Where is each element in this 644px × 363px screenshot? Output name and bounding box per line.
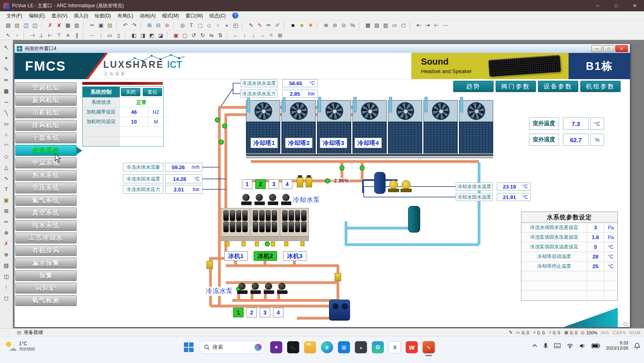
search-input[interactable]: 搜索 [199,341,265,354]
separator[interactable] [359,22,363,29]
space-v-icon[interactable]: ⋮ [97,31,105,39]
layout-icon[interactable]: ▤ [373,21,381,29]
save-icon[interactable]: ◫ [22,21,30,29]
microsoft-store-icon[interactable]: ▤ [338,341,350,353]
ellipse-icon[interactable]: ○ [214,21,222,29]
open-icon[interactable]: ▧ [13,21,21,29]
cut-icon[interactable]: ✂ [88,21,96,29]
pen-blue-icon[interactable]: ✎ [247,21,255,29]
circle-icon[interactable]: ● [223,21,231,29]
add-icon[interactable]: ⊕ [2,250,10,258]
crop-icon[interactable]: ◰ [231,21,240,29]
cooling-tower-4-label[interactable]: 冷却塔4 [354,138,382,148]
separator[interactable] [140,22,144,29]
system-close-button[interactable]: 关闭 [121,88,140,96]
sidebar-item-oxygen-detection[interactable]: 氧气检测 [15,295,77,306]
copy-icon[interactable]: ▣ [97,21,105,29]
snap-toggle-icon[interactable]: ⊞ [276,31,284,39]
sidebar-item-alarm[interactable]: 报警 [15,270,77,281]
sidebar-item-leak-alarm[interactable]: 漏水报警 [15,258,77,269]
chilled-pump-4[interactable]: 4 [273,308,283,317]
sidebar-item-ceiling-unit[interactable]: 吊柜机组 [15,107,77,118]
time-setpoint-value[interactable]: 10 [120,117,148,126]
scada-close-button[interactable]: ✕ [615,45,628,52]
cooling-pump-2[interactable]: 2 [255,179,266,189]
cooling-pump-4[interactable]: 4 [282,179,292,189]
sidebar-item-ac-unit[interactable]: 空调机组 [15,82,77,93]
callout-icon[interactable]: ▢ [196,21,204,29]
sidebar-item-vacuum-system[interactable]: 真空系统 [15,208,77,218]
lamp-off-icon[interactable]: ■ [289,21,297,29]
pen-red-icon[interactable]: ✎ [256,21,264,29]
diagonal-icon[interactable]: ╲ [2,109,10,117]
tab-right-icon[interactable]: ⇥ [423,21,432,29]
battery-icon[interactable] [592,344,600,348]
pencil-icon[interactable]: ✏ [2,76,10,84]
setting-value[interactable]: 28 [587,252,604,261]
link-icon[interactable]: ⊗ [2,229,10,237]
tray-expand-icon[interactable] [532,344,537,347]
save-all-icon[interactable]: ◫ [31,21,39,29]
setting-value[interactable]: 25 [587,262,604,271]
grid-toggle-icon[interactable]: ⌗ [267,31,275,39]
nav-unit-params-button[interactable]: 机组参数 [580,81,621,92]
tab-left-icon[interactable]: ⇤ [415,21,423,29]
delete-icon[interactable]: ✗ [46,21,54,29]
separator[interactable] [242,22,246,29]
scada-minimize-button[interactable]: ─ [591,45,602,52]
sidebar-item-process-cooling-water[interactable]: 工艺冷却水 [15,233,77,243]
align-left-icon[interactable]: ⊣ [28,31,37,39]
menu-file[interactable]: 文件(F) [3,11,25,20]
same-width-icon[interactable]: ▭ [106,31,114,39]
cooling-pump-1[interactable]: 1 [242,179,252,189]
delete-icon[interactable]: ✗ [2,239,10,248]
cooling-tower-1-label[interactable]: 冷却塔1 [250,138,278,148]
more-icon[interactable]: ⋮ [2,283,10,291]
wifi-icon[interactable] [567,343,573,348]
triangle-icon[interactable]: △ [2,163,10,171]
panel-icon[interactable]: ◫ [2,272,10,280]
setting-value[interactable] [587,271,604,281]
menu-config[interactable]: 组态(C) [206,11,229,20]
weather-widget[interactable]: ☁ 1°C 局部晴朗 [6,341,35,352]
nav-trend-button[interactable]: 趋势 [453,81,494,92]
sidebar-item-exhaust-unit[interactable]: 排风机组 [15,120,77,131]
chiller-1-label[interactable]: 冰机1 [224,251,248,261]
blank-icon[interactable]: ◻ [2,294,10,302]
pcvue-taskbar-icon[interactable]: ∿ [423,341,435,353]
separator[interactable] [23,31,27,39]
center-v-icon[interactable]: ∥ [73,31,81,39]
grid-icon[interactable]: ⊞ [145,21,154,29]
settings-icon[interactable]: ⚙ [372,341,384,353]
text-tool-icon[interactable]: T [187,21,196,29]
zoom-indicator[interactable]: ◎ 100% [581,330,598,335]
rotate-left-icon[interactable]: ↺ [190,31,198,39]
terminal-icon[interactable]: ›_ [287,341,299,353]
arc-icon[interactable]: ◠ [2,141,10,149]
nav-device-params-button[interactable]: 设备参数 [538,81,578,92]
chilled-pump-2[interactable]: 2 [246,308,257,317]
text-icon[interactable]: T [2,185,10,193]
line-icon[interactable]: ─ [2,98,10,106]
pencil-icon[interactable]: ✏ [265,21,273,29]
select-icon[interactable]: ↖ [4,31,13,39]
scada-window-titlebar[interactable]: 画面控件窗口4 ─ □ ✕ [15,44,630,53]
same-height-icon[interactable]: ▯ [115,31,123,39]
menu-mode[interactable]: 模式(M) [159,11,182,20]
chilled-pump-1[interactable]: 1 [233,308,244,317]
separator[interactable] [125,31,129,39]
sidebar-item-reflow-oven[interactable]: 回焊炉 [15,283,77,294]
zoom-select-icon[interactable]: ⊙ [340,21,348,29]
nudge-right-icon[interactable]: → [258,31,267,39]
separator[interactable] [317,22,321,29]
document-app-icon[interactable]: X [389,341,401,353]
brush-icon[interactable]: ✐ [273,21,282,29]
stop-icon[interactable]: ⊘ [163,21,171,29]
backward-icon[interactable]: ◪ [156,31,165,39]
rotate-right-icon[interactable]: ↻ [198,31,207,39]
resize-grip[interactable] [623,321,628,326]
polygon-icon[interactable]: ◇ [205,21,213,29]
separator[interactable] [116,22,120,29]
volume-icon[interactable] [579,343,586,348]
maximize-button[interactable]: □ [607,0,625,11]
